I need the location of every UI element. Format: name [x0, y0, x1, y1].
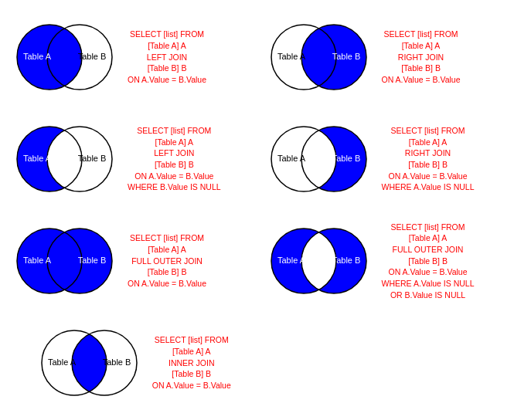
full-outer-null-sql: SELECT [list] FROM [Table A] A FULL OUTE…: [382, 222, 475, 301]
full-outer-cell: Table A Table B SELECT [list] FROM [Tabl…: [3, 210, 257, 312]
table-a-label: Table A: [23, 154, 52, 163]
left-join-cell: Table A Table B SELECT [list] FROM [Tabl…: [3, 6, 257, 108]
table-b-label: Table B: [78, 52, 107, 61]
table-a-label: Table A: [277, 52, 305, 61]
table-b-label: Table B: [78, 256, 107, 265]
table-b-label: Table B: [332, 52, 360, 61]
left-join-sql: SELECT [list] FROM [Table A] A LEFT JOIN…: [128, 29, 206, 85]
right-join-cell: Table A Table B SELECT [list] FROM [Tabl…: [257, 6, 512, 108]
table-a-label: Table A: [23, 52, 52, 61]
full-outer-diagram: Table A Table B: [5, 222, 124, 300]
right-only-diagram: Table A Table B: [259, 120, 379, 198]
table-a-label: Table A: [23, 256, 52, 265]
left-only-sql: SELECT [list] FROM [Table A] A LEFT JOIN…: [128, 125, 221, 193]
table-a-label: Table A: [277, 154, 305, 163]
right-only-sql: SELECT [list] FROM [Table A] A RIGHT JOI…: [382, 125, 475, 193]
table-b-label: Table B: [78, 154, 107, 163]
table-b-label: Table B: [332, 256, 360, 265]
inner-join-diagram: Table A Table B: [29, 324, 149, 401]
inner-join-sql: SELECT [list] FROM [Table A] A INNER JOI…: [152, 334, 231, 391]
table-b-label: Table B: [102, 357, 131, 367]
table-b-label: Table B: [332, 154, 360, 163]
table-a-label: Table A: [48, 357, 77, 367]
inner-join-cell: Table A Table B SELECT [list] FROM [Tabl…: [3, 312, 257, 414]
full-outer-null-diagram: Table A Table B: [259, 222, 379, 300]
main-container: Table A Table B SELECT [list] FROM [Tabl…: [0, 0, 514, 420]
left-only-cell: Table A Table B SELECT [list] FROM [Tabl…: [3, 108, 257, 210]
left-only-diagram: Table A Table B: [5, 120, 124, 198]
table-a-label: Table A: [277, 256, 305, 265]
left-join-diagram: Table A Table B: [5, 19, 124, 96]
right-join-diagram: Table A Table B: [259, 19, 379, 96]
right-only-cell: Table A Table B SELECT [list] FROM [Tabl…: [257, 108, 512, 210]
full-outer-null-cell: Table A Table B SELECT [list] FROM [Tabl…: [257, 210, 512, 312]
full-outer-sql: SELECT [list] FROM [Table A] A FULL OUTE…: [128, 232, 206, 289]
right-join-sql: SELECT [list] FROM [Table A] A RIGHT JOI…: [382, 29, 461, 85]
